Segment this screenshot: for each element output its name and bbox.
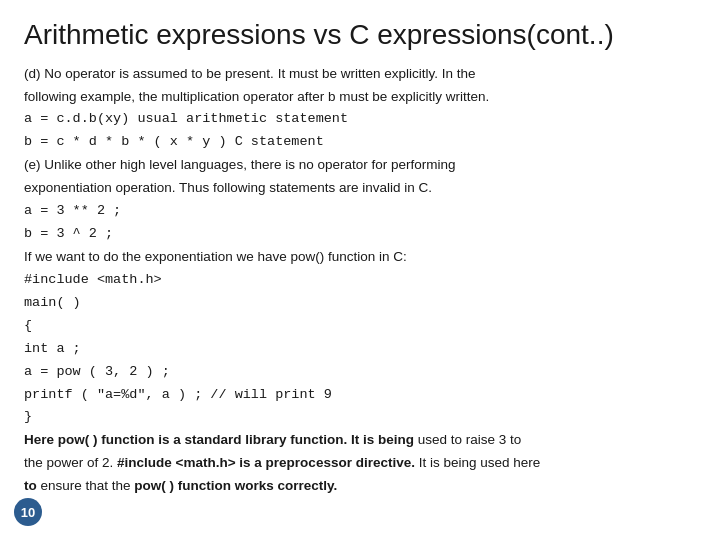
code-main: main( ) (24, 293, 696, 314)
slide-content: (d) No operator is assumed to be present… (24, 64, 696, 498)
pow-intro: If we want to do the exponentiation we h… (24, 247, 696, 268)
para-e-line2: exponentiation operation. Thus following… (24, 178, 696, 199)
slide-container: Arithmetic expressions vs C expressions(… (0, 0, 720, 540)
code-int-a: int a ; (24, 339, 696, 360)
code-b-c: b = c * d * b * ( x * y ) C statement (24, 132, 696, 153)
code-a3: a = 3 ** 2 ; (24, 201, 696, 222)
para-bold-prefix: the power of 2. (24, 455, 117, 470)
para-e-intro: (e) Unlike other high level languages, t… (24, 155, 696, 176)
code-a-usual: a = c.d.b(xy) usual arithmetic statement (24, 109, 696, 130)
para-bold-here: Here pow( ) function is a standard libra… (24, 430, 696, 451)
para-bold-1-normal: used to raise 3 to (414, 432, 521, 447)
para-bold-include: the power of 2. #include <math.h> is a p… (24, 453, 696, 474)
para-d-line2: following example, the multiplication op… (24, 87, 696, 108)
code-b3: b = 3 ^ 2 ; (24, 224, 696, 245)
bold-include: #include <math.h> is a preprocessor dire… (117, 455, 415, 470)
code-brace-close: } (24, 407, 696, 428)
code-a-pow: a = pow ( 3, 2 ) ; (24, 362, 696, 383)
ensure-text: ensure that the (37, 478, 135, 493)
para-d-intro: (d) No operator is assumed to be present… (24, 64, 696, 85)
bold-pow-works: pow( ) function works correctly. (134, 478, 337, 493)
code-brace-open: { (24, 316, 696, 337)
para-bold-2-normal: It is being used here (415, 455, 540, 470)
bold-to: to (24, 478, 37, 493)
slide-title: Arithmetic expressions vs C expressions(… (24, 18, 696, 52)
code-printf: printf ( "a=%d", a ) ; // will print 9 (24, 385, 696, 406)
para-bold-ensure: to ensure that the pow( ) function works… (24, 476, 696, 497)
page-number: 10 (14, 498, 42, 526)
bold-here-pow: Here pow( ) function is a standard libra… (24, 432, 414, 447)
code-include: #include <math.h> (24, 270, 696, 291)
